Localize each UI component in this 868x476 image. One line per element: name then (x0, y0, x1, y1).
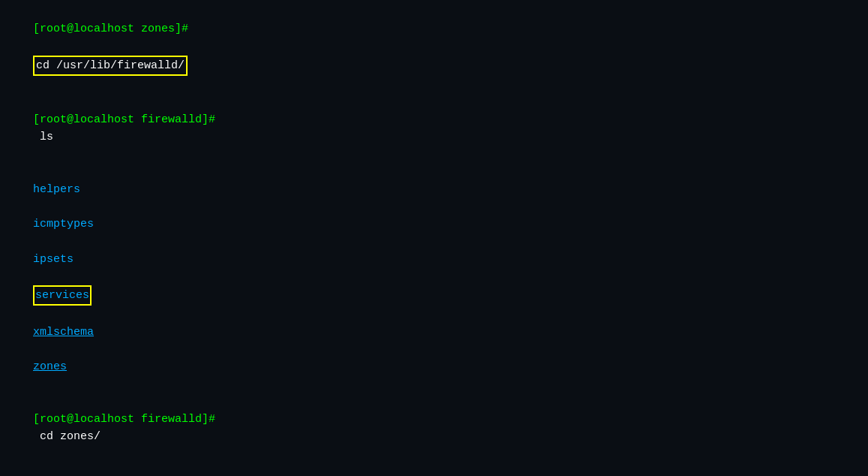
prompt-3: [root@localhost firewalld]# (33, 413, 215, 426)
ls-sep1 (33, 200, 53, 213)
ls-helpers: helpers (33, 183, 80, 196)
cmd-1 (33, 41, 40, 53)
ls-services-highlight: services (33, 285, 92, 306)
ls-zones: zones (33, 360, 67, 373)
terminal: [root@localhost zones]# cd /usr/lib/fire… (0, 0, 868, 476)
line-cd-firewalld: [root@localhost zones]# cd /usr/lib/fire… (6, 3, 862, 93)
ls-sep2 (33, 235, 53, 248)
line-ll-cmd: [root@localhost zones]# ll (6, 463, 862, 477)
ls-ipsets: ipsets (33, 253, 74, 266)
ls-xmlschema: xmlschema (33, 326, 94, 339)
line-ls-cmd: [root@localhost firewalld]# ls (6, 93, 862, 163)
cmd-cd-zones: cd zones/ (33, 430, 101, 443)
cmd-ls: ls (33, 131, 53, 143)
ls-sep4 (33, 308, 53, 321)
line-cd-zones: [root@localhost firewalld]# cd zones/ (6, 393, 862, 463)
line-ls-output: helpers icmptypes ipsets services xmlsch… (6, 163, 862, 393)
ls-icmptypes: icmptypes (33, 218, 94, 230)
prompt-1: [root@localhost zones]# (33, 23, 188, 35)
prompt-2: [root@localhost firewalld]# (33, 113, 215, 126)
ls-sep3 (33, 270, 53, 283)
ls-sep5 (33, 343, 53, 356)
cmd-cd-highlight: cd /usr/lib/firewalld/ (33, 56, 188, 76)
